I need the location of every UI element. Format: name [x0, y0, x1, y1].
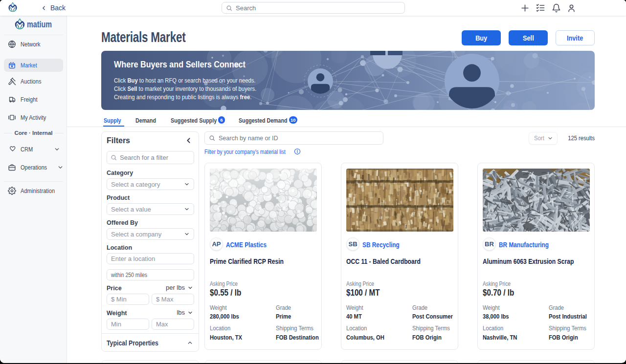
svg-text:matium: matium	[27, 19, 52, 29]
